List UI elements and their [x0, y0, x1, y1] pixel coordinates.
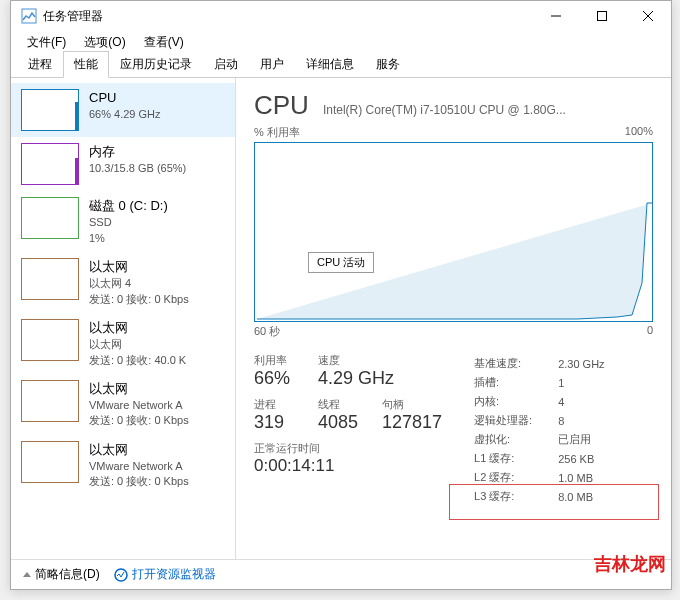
- ethernet-thumbnail: [21, 441, 79, 483]
- sidebar-disk-sub: SSD: [89, 215, 168, 230]
- sidebar-eth-sub: 以太网: [89, 337, 186, 352]
- chart-tooltip: CPU 活动: [308, 252, 374, 273]
- l1-value: 256 KB: [558, 450, 604, 467]
- sidebar-disk-title: 磁盘 0 (C: D:): [89, 197, 168, 215]
- bottombar: 简略信息(D) 打开资源监视器: [11, 559, 671, 589]
- tabbar: 进程 性能 应用历史记录 启动 用户 详细信息 服务: [11, 53, 671, 78]
- tab-app-history[interactable]: 应用历史记录: [109, 51, 203, 77]
- resource-monitor-icon: [114, 568, 128, 582]
- sidebar-mem-title: 内存: [89, 143, 186, 161]
- threads-label: 线程: [318, 397, 364, 412]
- speed-label: 速度: [318, 353, 394, 368]
- chart-x-right: 0: [647, 324, 653, 339]
- speed-value: 4.29 GHz: [318, 368, 394, 389]
- sidebar-item-memory[interactable]: 内存10.3/15.8 GB (65%): [11, 137, 235, 191]
- sidebar-cpu-title: CPU: [89, 89, 161, 107]
- close-button[interactable]: [625, 1, 671, 31]
- uptime-value: 0:00:14:11: [254, 456, 442, 476]
- tab-services[interactable]: 服务: [365, 51, 411, 77]
- chevron-up-icon: [23, 572, 31, 577]
- tab-details[interactable]: 详细信息: [295, 51, 365, 77]
- window-title: 任务管理器: [43, 8, 533, 25]
- performance-sidebar: CPU66% 4.29 GHz 内存10.3/15.8 GB (65%) 磁盘 …: [11, 78, 236, 559]
- memory-thumbnail: [21, 143, 79, 185]
- base-speed-value: 2.30 GHz: [558, 355, 604, 372]
- cpu-utilization-chart[interactable]: [254, 142, 653, 322]
- panel-title: CPU: [254, 90, 309, 121]
- logical-label: 逻辑处理器:: [474, 412, 556, 429]
- sidebar-item-cpu[interactable]: CPU66% 4.29 GHz: [11, 83, 235, 137]
- ethernet-thumbnail: [21, 258, 79, 300]
- uptime-label: 正常运行时间: [254, 441, 442, 456]
- sidebar-disk-line: 1%: [89, 231, 168, 246]
- app-icon: [21, 8, 37, 24]
- l2-label: L2 缓存:: [474, 469, 556, 486]
- close-icon: [643, 11, 653, 21]
- tab-performance[interactable]: 性能: [63, 51, 109, 78]
- sidebar-mem-sub: 10.3/15.8 GB (65%): [89, 161, 186, 176]
- handles-label: 句柄: [382, 397, 442, 412]
- sidebar-item-vmnet2[interactable]: 以太网VMware Network A发送: 0 接收: 0 Kbps: [11, 435, 235, 496]
- proc-value: 319: [254, 412, 300, 433]
- tab-startup[interactable]: 启动: [203, 51, 249, 77]
- base-speed-label: 基准速度:: [474, 355, 556, 372]
- cores-value: 4: [558, 393, 604, 410]
- sidebar-eth4-sub: 以太网 4: [89, 276, 189, 291]
- chart-y-label: % 利用率: [254, 125, 300, 140]
- tab-users[interactable]: 用户: [249, 51, 295, 77]
- util-label: 利用率: [254, 353, 300, 368]
- disk-thumbnail: [21, 197, 79, 239]
- sidebar-cpu-sub: 66% 4.29 GHz: [89, 107, 161, 122]
- chart-line-icon: [257, 143, 652, 321]
- minimize-icon: [551, 11, 561, 21]
- sidebar-eth-line: 发送: 0 接收: 40.0 K: [89, 353, 186, 368]
- chart-y-max: 100%: [625, 125, 653, 140]
- threads-value: 4085: [318, 412, 364, 433]
- l3-label: L3 缓存:: [474, 488, 556, 505]
- cpu-model: Intel(R) Core(TM) i7-10510U CPU @ 1.80G.…: [323, 103, 566, 117]
- menu-file[interactable]: 文件(F): [19, 32, 74, 53]
- sockets-value: 1: [558, 374, 604, 391]
- cpu-specs-table: 基准速度:2.30 GHz 插槽:1 内核:4 逻辑处理器:8 虚拟化:已启用 …: [472, 353, 607, 507]
- sidebar-item-eth[interactable]: 以太网以太网发送: 0 接收: 40.0 K: [11, 313, 235, 374]
- ethernet-thumbnail: [21, 380, 79, 422]
- cpu-thumbnail: [21, 89, 79, 131]
- cpu-detail-panel: CPU Intel(R) Core(TM) i7-10510U CPU @ 1.…: [236, 78, 671, 559]
- sidebar-vmnet1-line: 发送: 0 接收: 0 Kbps: [89, 413, 189, 428]
- maximize-icon: [597, 11, 607, 21]
- sidebar-vmnet1-sub: VMware Network A: [89, 398, 189, 413]
- sidebar-eth4-line: 发送: 0 接收: 0 Kbps: [89, 292, 189, 307]
- sidebar-vmnet2-line: 发送: 0 接收: 0 Kbps: [89, 474, 189, 489]
- virt-value: 已启用: [558, 431, 604, 448]
- sidebar-item-eth4[interactable]: 以太网以太网 4发送: 0 接收: 0 Kbps: [11, 252, 235, 313]
- open-resource-monitor-link[interactable]: 打开资源监视器: [114, 566, 216, 583]
- l1-label: L1 缓存:: [474, 450, 556, 467]
- tab-processes[interactable]: 进程: [17, 51, 63, 77]
- content-area: CPU66% 4.29 GHz 内存10.3/15.8 GB (65%) 磁盘 …: [11, 78, 671, 559]
- l2-value: 1.0 MB: [558, 469, 604, 486]
- maximize-button[interactable]: [579, 1, 625, 31]
- sidebar-vmnet1-title: 以太网: [89, 380, 189, 398]
- l3-value: 8.0 MB: [558, 488, 604, 505]
- logical-value: 8: [558, 412, 604, 429]
- sidebar-vmnet2-sub: VMware Network A: [89, 459, 189, 474]
- sidebar-item-disk[interactable]: 磁盘 0 (C: D:)SSD1%: [11, 191, 235, 252]
- menu-options[interactable]: 选项(O): [76, 32, 133, 53]
- util-value: 66%: [254, 368, 300, 389]
- sidebar-eth4-title: 以太网: [89, 258, 189, 276]
- handles-value: 127817: [382, 412, 442, 433]
- svg-rect-2: [598, 12, 607, 21]
- cores-label: 内核:: [474, 393, 556, 410]
- task-manager-window: 任务管理器 文件(F) 选项(O) 查看(V) 进程 性能 应用历史记录 启动 …: [10, 0, 672, 590]
- titlebar[interactable]: 任务管理器: [11, 1, 671, 31]
- menubar: 文件(F) 选项(O) 查看(V): [11, 31, 671, 53]
- menu-view[interactable]: 查看(V): [136, 32, 192, 53]
- fewer-details-button[interactable]: 简略信息(D): [23, 566, 100, 583]
- minimize-button[interactable]: [533, 1, 579, 31]
- sidebar-vmnet2-title: 以太网: [89, 441, 189, 459]
- sockets-label: 插槽:: [474, 374, 556, 391]
- sidebar-item-vmnet1[interactable]: 以太网VMware Network A发送: 0 接收: 0 Kbps: [11, 374, 235, 435]
- virt-label: 虚拟化:: [474, 431, 556, 448]
- svg-point-5: [115, 569, 127, 581]
- chart-x-left: 60 秒: [254, 324, 280, 339]
